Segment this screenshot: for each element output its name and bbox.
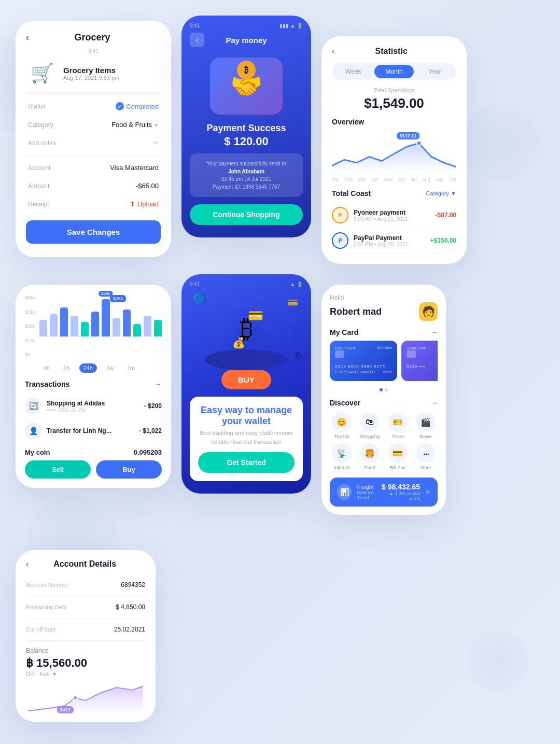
- grocery-field-category: Category Food & Fruits: [16, 116, 171, 134]
- crypto-status-bar: 9:41: [190, 282, 200, 287]
- stat-month-apr: Apr: [371, 177, 379, 182]
- wallet-username: Robert mad: [330, 306, 382, 317]
- wallet-card-brand: Worldline: [377, 346, 392, 349]
- trade-tab-24h[interactable]: 24h: [79, 363, 97, 373]
- pay-payment-id-label: Payment ID:: [213, 184, 241, 190]
- wallet-dot-1[interactable]: [380, 388, 383, 391]
- wallet-card-name-1: S. MOSTAFA ESMAELLI: [335, 370, 375, 374]
- wallet-my-card-row: My Card →: [330, 328, 438, 336]
- trade-tab-1h[interactable]: 1h: [39, 363, 54, 373]
- grocery-amount-label: Amount: [28, 183, 69, 190]
- pay-back-button[interactable]: ‹: [190, 33, 204, 47]
- grocery-back-arrow[interactable]: ‹: [26, 32, 29, 43]
- wallet-grid-item-topup: 😊 Top Up: [330, 412, 354, 439]
- stat-header: ‹ Statistic: [332, 47, 456, 56]
- stat-tab-year[interactable]: Year: [415, 65, 455, 78]
- wallet-icon-food[interactable]: 🍔: [360, 443, 380, 463]
- grocery-field-account: Account Visa Mastercard: [16, 159, 171, 177]
- grocery-item-row: 🛒 Grocery Items Aug 17, 2021 9:53 pm: [16, 56, 171, 90]
- wallet-icon-movie[interactable]: 🎬: [416, 412, 436, 432]
- wallet-icon-ticket[interactable]: 🎫: [388, 412, 408, 432]
- pay-title: Pay money: [204, 36, 288, 45]
- wallet-label-food: Food: [365, 465, 375, 470]
- trade-tx-name-1: Transfer for Linh Ng...: [47, 427, 134, 434]
- wallet-icon-billpay[interactable]: 💳: [388, 443, 408, 463]
- wallet-grid-item-internet: 📡 Internet: [330, 443, 354, 470]
- wallet-dots: [330, 388, 438, 391]
- wallet-grid-item-movie: 🎬 Movie: [414, 412, 438, 439]
- trade-label-31k: $31k: [25, 310, 35, 315]
- account-label-2: Cut-off date: [26, 626, 55, 633]
- account-field-2: Cut-off date 25.02.2021: [26, 622, 145, 637]
- grocery-field-notes: Add notes ✏: [16, 134, 171, 152]
- grocery-receipt-value[interactable]: Upload: [130, 200, 159, 208]
- trade-transactions-arrow[interactable]: →: [155, 380, 162, 388]
- stat-payment-info-1: PayPal Payment 3:02 PM • Aug 20, 2021: [354, 234, 425, 247]
- wallet-icon-more[interactable]: ···: [416, 443, 436, 463]
- stat-payment-item-1: P PayPal Payment 3:02 PM • Aug 20, 2021 …: [332, 228, 456, 254]
- stat-chart-svg: [332, 130, 456, 172]
- wallet-dot-2[interactable]: [385, 388, 388, 391]
- wallet-discover-title: Discover: [330, 399, 360, 407]
- wallet-insight-close[interactable]: ✕: [425, 488, 430, 496]
- pay-status-bar-time: 9:41: [190, 23, 200, 29]
- crypto-illustration: ₿ 💳 💰 🔵 💳 ©: [181, 287, 311, 370]
- account-header: ‹ Account Details: [26, 559, 145, 569]
- account-period-text: Oct - Feb: [26, 671, 50, 677]
- pay-status-bar-icons: ▮▮▮ ▲ 🔋: [279, 23, 303, 29]
- trade-chart-labels: $54k $31k $26k $13k $0: [25, 295, 35, 357]
- stat-chart: $117.11: [332, 130, 456, 172]
- trade-transactions-title: Transactions: [25, 380, 69, 388]
- trade-tab-1w[interactable]: 1w: [102, 363, 118, 373]
- stat-month-feb: Feb: [345, 177, 353, 182]
- wallet-label-billpay: Bill Pay: [390, 465, 405, 470]
- trade-coin-value: 0.095203: [134, 448, 162, 456]
- wallet-icon-shopping[interactable]: 🛍: [360, 412, 380, 432]
- account-back-arrow[interactable]: ‹: [26, 559, 29, 569]
- wallet-discover-arrow[interactable]: →: [430, 399, 438, 407]
- wallet-card-arrow[interactable]: →: [430, 328, 438, 336]
- grocery-field-receipt: Receipt Upload: [16, 195, 171, 213]
- trade-tx-icon-0: 🔄: [25, 398, 41, 414]
- account-period-arrow[interactable]: ▼: [52, 671, 58, 677]
- stat-payment-amount-0: -$87.00: [435, 212, 456, 219]
- wallet-icon-topup[interactable]: 😊: [332, 412, 352, 432]
- grocery-status-label: Status: [28, 103, 69, 110]
- svg-point-1: [73, 696, 77, 700]
- wallet-insight-bar: 📊 Insight Balance Trend $ 98,432.65 ▲ 1.…: [330, 478, 438, 507]
- trade-label-0: $0: [25, 352, 35, 357]
- trade-sell-button[interactable]: Sell: [25, 460, 91, 479]
- trade-tab-6h[interactable]: 6h: [59, 363, 74, 373]
- stat-month-may: May: [384, 177, 393, 182]
- grocery-item-name: Grocery Items: [63, 66, 119, 75]
- stat-tab-week[interactable]: Week: [333, 65, 373, 78]
- left-column: $54k $31k $26k $13k $0 $26k $26k: [16, 285, 171, 722]
- grocery-save-button[interactable]: Save Changes: [26, 220, 161, 244]
- stat-category-button[interactable]: Category ▼: [426, 190, 456, 196]
- trade-card: $54k $31k $26k $13k $0 $26k $26k: [16, 285, 171, 488]
- pay-nav: ‹ Pay money: [181, 29, 311, 47]
- pay-continue-button[interactable]: Continue Shopping: [190, 204, 303, 225]
- grocery-notes-icon[interactable]: ✏: [153, 139, 159, 147]
- trade-buy-button[interactable]: Buy: [96, 460, 162, 479]
- wallet-label-internet: Internet: [334, 465, 350, 470]
- trade-tab-1m[interactable]: 1m: [123, 363, 139, 373]
- crypto-title-highlight: manage: [257, 405, 292, 415]
- wallet-icon-internet[interactable]: 📡: [332, 443, 352, 463]
- wallet-grid-item-billpay: 💳 Bill Pay: [386, 443, 410, 470]
- wallet-label-shopping: Shopping: [360, 434, 380, 439]
- trade-label-13k: $13k: [25, 338, 35, 343]
- account-title: Account Details: [33, 559, 137, 569]
- crypto-get-started-button[interactable]: Get Started: [198, 452, 295, 473]
- wallet-greeting: Hello: [330, 294, 438, 301]
- wallet-chip: [335, 350, 344, 358]
- wallet-grid-item-more: ··· More: [414, 443, 438, 470]
- stat-overview-title: Overview: [332, 118, 456, 126]
- grocery-category-value[interactable]: Food & Fruits: [111, 121, 159, 129]
- wallet-my-card-title: My Card: [330, 328, 358, 336]
- grocery-account-label: Account: [28, 164, 69, 172]
- crypto-buy-button[interactable]: BUY: [221, 370, 271, 389]
- crypto-title-rest: your wallet: [222, 416, 271, 426]
- stat-tab-month[interactable]: Month: [374, 65, 414, 78]
- crypto-card: 9:41 ▲ 🔋 ₿ 💳 💰 🔵 💳 © BUY: [181, 274, 311, 494]
